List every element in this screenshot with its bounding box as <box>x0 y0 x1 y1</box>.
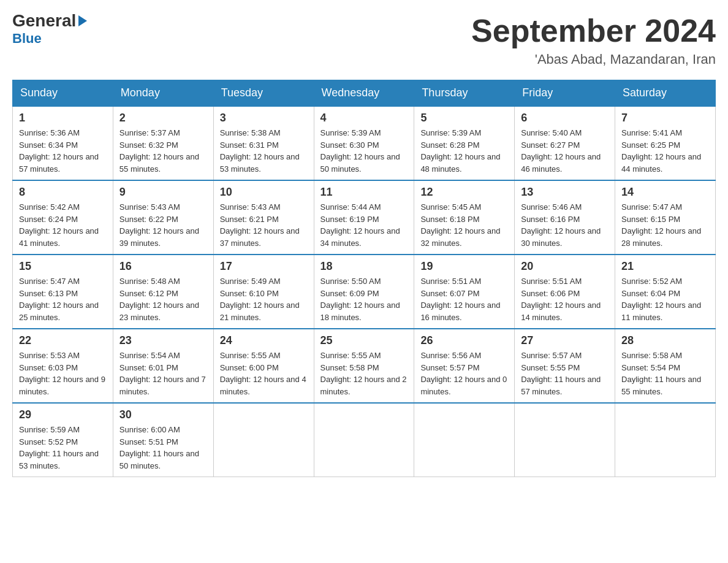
day-header-tuesday: Tuesday <box>213 80 314 107</box>
day-cell-4: 4Sunrise: 5:39 AMSunset: 6:30 PMDaylight… <box>314 106 414 180</box>
week-row-4: 22Sunrise: 5:53 AMSunset: 6:03 PMDayligh… <box>13 329 716 403</box>
day-cell-21: 21Sunrise: 5:52 AMSunset: 6:04 PMDayligh… <box>615 255 716 329</box>
week-row-5: 29Sunrise: 5:59 AMSunset: 5:52 PMDayligh… <box>13 403 716 477</box>
day-cell-22: 22Sunrise: 5:53 AMSunset: 6:03 PMDayligh… <box>13 329 113 403</box>
day-cell-24: 24Sunrise: 5:55 AMSunset: 6:00 PMDayligh… <box>213 329 314 403</box>
logo: General Blue <box>12 12 87 47</box>
day-info-1: Sunrise: 5:36 AMSunset: 6:34 PMDaylight:… <box>19 127 107 175</box>
day-info-18: Sunrise: 5:50 AMSunset: 6:09 PMDaylight:… <box>320 275 408 323</box>
day-cell-3: 3Sunrise: 5:38 AMSunset: 6:31 PMDaylight… <box>213 106 314 180</box>
day-info-17: Sunrise: 5:49 AMSunset: 6:10 PMDaylight:… <box>220 275 308 323</box>
day-cell-10: 10Sunrise: 5:43 AMSunset: 6:21 PMDayligh… <box>213 180 314 255</box>
page-header: General Blue September 2024 'Abas Abad, … <box>12 12 716 67</box>
day-cell-20: 20Sunrise: 5:51 AMSunset: 6:06 PMDayligh… <box>515 255 615 329</box>
day-cell-28: 28Sunrise: 5:58 AMSunset: 5:54 PMDayligh… <box>615 329 716 403</box>
day-info-14: Sunrise: 5:47 AMSunset: 6:15 PMDaylight:… <box>621 201 709 249</box>
day-cell-11: 11Sunrise: 5:44 AMSunset: 6:19 PMDayligh… <box>314 180 414 255</box>
day-cell-27: 27Sunrise: 5:57 AMSunset: 5:55 PMDayligh… <box>515 329 615 403</box>
day-info-9: Sunrise: 5:43 AMSunset: 6:22 PMDaylight:… <box>119 201 207 249</box>
day-cell-7: 7Sunrise: 5:41 AMSunset: 6:25 PMDaylight… <box>615 106 716 180</box>
day-info-26: Sunrise: 5:56 AMSunset: 5:57 PMDaylight:… <box>420 350 508 397</box>
day-header-saturday: Saturday <box>615 80 716 107</box>
day-number-26: 26 <box>420 334 508 347</box>
day-info-8: Sunrise: 5:42 AMSunset: 6:24 PMDaylight:… <box>19 201 107 249</box>
day-info-4: Sunrise: 5:39 AMSunset: 6:30 PMDaylight:… <box>320 127 408 175</box>
day-info-16: Sunrise: 5:48 AMSunset: 6:12 PMDaylight:… <box>119 275 207 323</box>
day-info-2: Sunrise: 5:37 AMSunset: 6:32 PMDaylight:… <box>119 127 207 175</box>
day-number-4: 4 <box>320 112 408 124</box>
day-number-7: 7 <box>621 112 709 124</box>
calendar-title: September 2024 <box>471 12 716 49</box>
day-info-13: Sunrise: 5:46 AMSunset: 6:16 PMDaylight:… <box>521 201 609 249</box>
day-number-5: 5 <box>420 112 508 124</box>
day-info-19: Sunrise: 5:51 AMSunset: 6:07 PMDaylight:… <box>420 275 508 323</box>
day-info-29: Sunrise: 5:59 AMSunset: 5:52 PMDaylight:… <box>19 424 107 472</box>
day-cell-19: 19Sunrise: 5:51 AMSunset: 6:07 PMDayligh… <box>414 255 515 329</box>
calendar-subtitle: 'Abas Abad, Mazandaran, Iran <box>471 52 716 67</box>
day-cell-18: 18Sunrise: 5:50 AMSunset: 6:09 PMDayligh… <box>314 255 414 329</box>
day-info-27: Sunrise: 5:57 AMSunset: 5:55 PMDaylight:… <box>521 350 609 397</box>
day-info-23: Sunrise: 5:54 AMSunset: 6:01 PMDaylight:… <box>119 350 207 397</box>
day-number-8: 8 <box>19 186 107 199</box>
day-info-10: Sunrise: 5:43 AMSunset: 6:21 PMDaylight:… <box>220 201 308 249</box>
day-cell-25: 25Sunrise: 5:55 AMSunset: 5:58 PMDayligh… <box>314 329 414 403</box>
day-header-monday: Monday <box>113 80 213 107</box>
day-header-sunday: Sunday <box>13 80 113 107</box>
day-number-19: 19 <box>420 260 508 273</box>
day-number-13: 13 <box>521 186 609 199</box>
day-number-11: 11 <box>320 186 408 199</box>
day-info-6: Sunrise: 5:40 AMSunset: 6:27 PMDaylight:… <box>521 127 609 175</box>
day-number-30: 30 <box>119 408 207 421</box>
day-number-24: 24 <box>220 334 308 347</box>
title-area: September 2024 'Abas Abad, Mazandaran, I… <box>471 12 716 67</box>
day-number-27: 27 <box>521 334 609 347</box>
empty-cell <box>213 403 314 477</box>
day-number-14: 14 <box>621 186 709 199</box>
empty-cell <box>515 403 615 477</box>
day-number-9: 9 <box>119 186 207 199</box>
empty-cell <box>314 403 414 477</box>
day-info-21: Sunrise: 5:52 AMSunset: 6:04 PMDaylight:… <box>621 275 709 323</box>
day-info-25: Sunrise: 5:55 AMSunset: 5:58 PMDaylight:… <box>320 350 408 397</box>
days-header-row: SundayMondayTuesdayWednesdayThursdayFrid… <box>13 80 716 107</box>
day-number-25: 25 <box>320 334 408 347</box>
day-number-17: 17 <box>220 260 308 273</box>
day-info-5: Sunrise: 5:39 AMSunset: 6:28 PMDaylight:… <box>420 127 508 175</box>
day-info-20: Sunrise: 5:51 AMSunset: 6:06 PMDaylight:… <box>521 275 609 323</box>
calendar-table: SundayMondayTuesdayWednesdayThursdayFrid… <box>12 80 716 477</box>
day-number-12: 12 <box>420 186 508 199</box>
logo-blue: Blue <box>12 31 42 47</box>
day-cell-16: 16Sunrise: 5:48 AMSunset: 6:12 PMDayligh… <box>113 255 213 329</box>
day-info-12: Sunrise: 5:45 AMSunset: 6:18 PMDaylight:… <box>420 201 508 249</box>
day-cell-29: 29Sunrise: 5:59 AMSunset: 5:52 PMDayligh… <box>13 403 113 477</box>
week-row-2: 8Sunrise: 5:42 AMSunset: 6:24 PMDaylight… <box>13 180 716 255</box>
day-number-21: 21 <box>621 260 709 273</box>
day-cell-23: 23Sunrise: 5:54 AMSunset: 6:01 PMDayligh… <box>113 329 213 403</box>
day-info-30: Sunrise: 6:00 AMSunset: 5:51 PMDaylight:… <box>119 424 207 472</box>
empty-cell <box>615 403 716 477</box>
day-number-15: 15 <box>19 260 107 273</box>
day-header-thursday: Thursday <box>414 80 515 107</box>
day-info-24: Sunrise: 5:55 AMSunset: 6:00 PMDaylight:… <box>220 350 308 397</box>
day-info-11: Sunrise: 5:44 AMSunset: 6:19 PMDaylight:… <box>320 201 408 249</box>
day-header-friday: Friday <box>515 80 615 107</box>
day-number-18: 18 <box>320 260 408 273</box>
day-number-1: 1 <box>19 112 107 124</box>
logo-general: General <box>12 11 76 30</box>
day-info-28: Sunrise: 5:58 AMSunset: 5:54 PMDaylight:… <box>621 350 709 397</box>
empty-cell <box>414 403 515 477</box>
day-number-22: 22 <box>19 334 107 347</box>
day-number-20: 20 <box>521 260 609 273</box>
day-cell-13: 13Sunrise: 5:46 AMSunset: 6:16 PMDayligh… <box>515 180 615 255</box>
logo-arrow-icon <box>78 15 87 26</box>
day-number-16: 16 <box>119 260 207 273</box>
logo-text: General <box>12 12 87 29</box>
day-number-3: 3 <box>220 112 308 124</box>
day-cell-2: 2Sunrise: 5:37 AMSunset: 6:32 PMDaylight… <box>113 106 213 180</box>
day-cell-26: 26Sunrise: 5:56 AMSunset: 5:57 PMDayligh… <box>414 329 515 403</box>
day-number-10: 10 <box>220 186 308 199</box>
day-cell-12: 12Sunrise: 5:45 AMSunset: 6:18 PMDayligh… <box>414 180 515 255</box>
day-cell-9: 9Sunrise: 5:43 AMSunset: 6:22 PMDaylight… <box>113 180 213 255</box>
day-cell-17: 17Sunrise: 5:49 AMSunset: 6:10 PMDayligh… <box>213 255 314 329</box>
day-cell-15: 15Sunrise: 5:47 AMSunset: 6:13 PMDayligh… <box>13 255 113 329</box>
